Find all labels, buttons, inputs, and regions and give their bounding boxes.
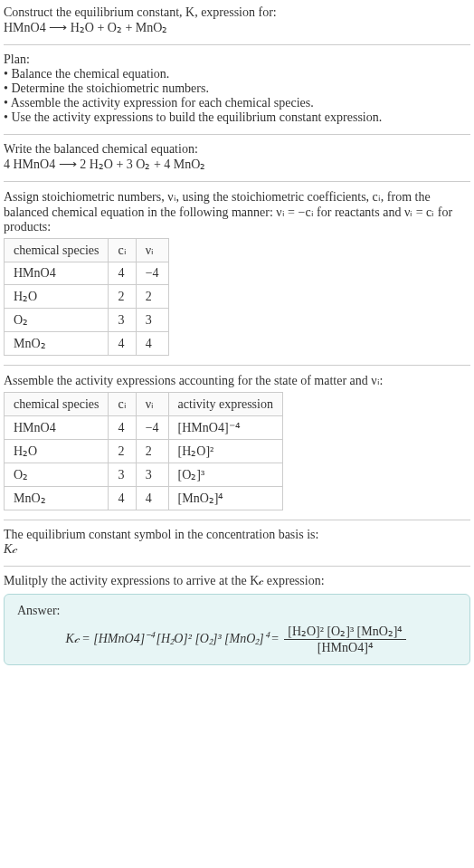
assemble-text: Assemble the activity expressions accoun… [4, 373, 470, 388]
cell-vi: 3 [136, 463, 168, 487]
eq-rhs: H₂O + O₂ + MnO₂ [71, 21, 168, 34]
eq-lhs: HMnO4 [4, 21, 49, 34]
answer-label: Answer: [17, 604, 457, 618]
col-ci: cᵢ [109, 239, 136, 262]
col-species: chemical species [5, 239, 109, 262]
table-row: O₂33[O₂]³ [5, 463, 283, 487]
cell-species: H₂O [5, 285, 109, 309]
plan-block: Plan: • Balance the chemical equation. •… [4, 52, 470, 125]
col-ci: cᵢ [109, 393, 136, 416]
cell-vi: −4 [136, 416, 168, 440]
activity-table: chemical species cᵢ νᵢ activity expressi… [4, 392, 283, 510]
plan-title: Plan: [4, 52, 470, 67]
symbol-kc: K𝒸 [4, 542, 470, 557]
divider [4, 181, 470, 182]
table-row: MnO₂44 [5, 332, 169, 356]
cell-ci: 4 [109, 416, 136, 440]
table-row: HMnO44−4[HMnO4]⁻⁴ [5, 416, 283, 440]
answer-equation: K𝒸 = [HMnO4]⁻⁴ [H₂O]² [O₂]³ [MnO₂]⁴ = [H… [17, 624, 457, 655]
cell-vi: 3 [136, 309, 168, 332]
col-vi: νᵢ [136, 239, 168, 262]
cell-vi: −4 [136, 262, 168, 285]
table-row: HMnO44−4 [5, 262, 169, 285]
divider [4, 134, 470, 135]
assign-text: Assign stoichiometric numbers, νᵢ, using… [4, 189, 470, 234]
cell-vi: 2 [136, 440, 168, 463]
cell-ci: 4 [109, 487, 136, 510]
cell-activity: [O₂]³ [168, 463, 282, 487]
divider [4, 44, 470, 45]
col-vi: νᵢ [136, 393, 168, 416]
cell-activity: [MnO₂]⁴ [168, 487, 282, 510]
cell-ci: 2 [109, 440, 136, 463]
cell-ci: 4 [109, 332, 136, 356]
plan-item-2: • Determine the stoichiometric numbers. [4, 81, 470, 96]
cell-vi: 4 [136, 332, 168, 356]
table-header-row: chemical species cᵢ νᵢ [5, 239, 169, 262]
intro-equation: HMnO4 ⟶ H₂O + O₂ + MnO₂ [4, 20, 470, 35]
cell-ci: 3 [109, 463, 136, 487]
table-row: O₂33 [5, 309, 169, 332]
balanced-block: Write the balanced chemical equation: 4 … [4, 142, 470, 172]
symbol-block: The equilibrium constant symbol in the c… [4, 528, 470, 557]
cell-vi: 4 [136, 487, 168, 510]
divider [4, 566, 470, 567]
arrow: ⟶ [49, 21, 67, 34]
cell-ci: 3 [109, 309, 136, 332]
multiply-block: Mulitply the activity expressions to arr… [4, 574, 470, 665]
cell-species: H₂O [5, 440, 109, 463]
divider [4, 365, 470, 366]
answer-denominator: [HMnO4]⁴ [284, 640, 406, 655]
col-activity: activity expression [168, 393, 282, 416]
balanced-title: Write the balanced chemical equation: [4, 142, 470, 157]
answer-lhs: K𝒸 = [HMnO4]⁻⁴ [H₂O]² [O₂]³ [MnO₂]⁴ = [66, 632, 283, 645]
table-row: H₂O22 [5, 285, 169, 309]
intro-text: Construct the equilibrium constant, K, e… [4, 5, 470, 20]
cell-species: O₂ [5, 463, 109, 487]
cell-species: HMnO4 [5, 262, 109, 285]
table-row: H₂O22[H₂O]² [5, 440, 283, 463]
divider [4, 520, 470, 520]
col-species: chemical species [5, 393, 109, 416]
multiply-text: Mulitply the activity expressions to arr… [4, 574, 470, 588]
plan-item-3: • Assemble the activity expression for e… [4, 96, 470, 110]
plan-item-1: • Balance the chemical equation. [4, 67, 470, 81]
cell-activity: [HMnO4]⁻⁴ [168, 416, 282, 440]
assemble-block: Assemble the activity expressions accoun… [4, 373, 470, 510]
cell-vi: 2 [136, 285, 168, 309]
cell-species: MnO₂ [5, 332, 109, 356]
answer-box: Answer: K𝒸 = [HMnO4]⁻⁴ [H₂O]² [O₂]³ [MnO… [4, 594, 470, 665]
cell-species: HMnO4 [5, 416, 109, 440]
cell-ci: 4 [109, 262, 136, 285]
balanced-equation: 4 HMnO4 ⟶ 2 H₂O + 3 O₂ + 4 MnO₂ [4, 157, 470, 172]
assign-block: Assign stoichiometric numbers, νᵢ, using… [4, 189, 470, 356]
symbol-text: The equilibrium constant symbol in the c… [4, 528, 470, 542]
plan-item-4: • Use the activity expressions to build … [4, 110, 470, 125]
intro-block: Construct the equilibrium constant, K, e… [4, 5, 470, 35]
table-header-row: chemical species cᵢ νᵢ activity expressi… [5, 393, 283, 416]
answer-numerator: [H₂O]² [O₂]³ [MnO₂]⁴ [284, 624, 406, 640]
cell-species: O₂ [5, 309, 109, 332]
table-row: MnO₂44[MnO₂]⁴ [5, 487, 283, 510]
stoich-table: chemical species cᵢ νᵢ HMnO44−4 H₂O22 O₂… [4, 238, 169, 356]
cell-activity: [H₂O]² [168, 440, 282, 463]
cell-species: MnO₂ [5, 487, 109, 510]
answer-fraction: [H₂O]² [O₂]³ [MnO₂]⁴ [HMnO4]⁴ [284, 624, 406, 655]
cell-ci: 2 [109, 285, 136, 309]
